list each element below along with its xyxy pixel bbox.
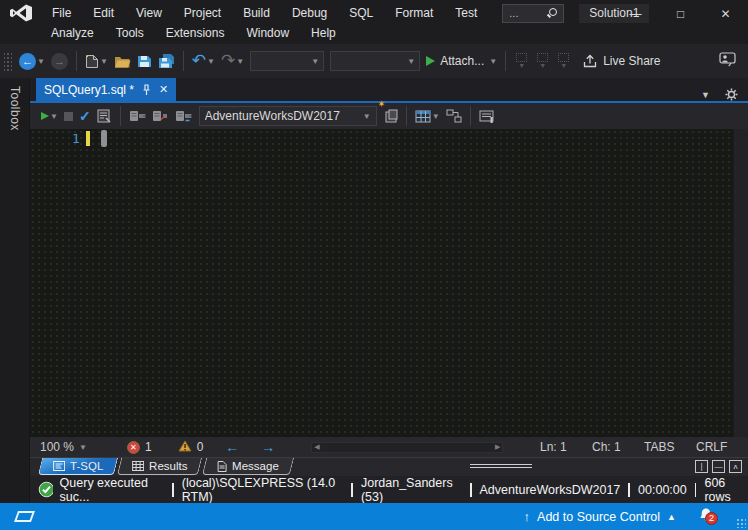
configuration-combo[interactable]: ▼ [250, 51, 324, 71]
document-tab-row: SQLQuery1.sql * ✕ ▼ [30, 78, 748, 101]
menu-format[interactable]: Format [384, 1, 444, 26]
combo-dropdown-icon: ▼ [407, 57, 415, 66]
status-divider [695, 483, 697, 497]
open-file-button[interactable] [111, 48, 134, 74]
message-icon [217, 461, 227, 472]
feedback-button[interactable] [719, 52, 736, 71]
save-icon [137, 54, 152, 69]
tab-tsql[interactable]: T-SQL [38, 458, 118, 475]
undo-button[interactable]: ↶▼ [189, 48, 218, 74]
live-share-label: Live Share [603, 54, 660, 68]
execute-button[interactable]: ▼ [38, 103, 61, 129]
attach-dropdown-icon[interactable]: ▼ [489, 57, 497, 66]
row-count: 606 rows [704, 476, 748, 504]
resize-grip[interactable] [736, 518, 746, 528]
attach-button[interactable]: Attach... ▼ [423, 48, 500, 74]
undo-dropdown-icon[interactable]: ▼ [207, 57, 215, 66]
tab-sqlquery1[interactable]: SQLQuery1.sql * ✕ [36, 78, 176, 101]
redo-dropdown-icon[interactable]: ▼ [236, 57, 244, 66]
menu-window[interactable]: Window [235, 21, 300, 46]
change-connection-icon [175, 109, 192, 123]
query-options-icon [479, 110, 495, 123]
change-connection-button[interactable] [172, 103, 195, 129]
live-share-button[interactable]: Live Share [582, 54, 660, 68]
query-window-icon [97, 109, 112, 123]
pane-minimize-icon[interactable]: — [712, 460, 725, 473]
close-button[interactable]: ✕ [703, 0, 748, 27]
results-mode-button[interactable]: ▼ [412, 103, 443, 129]
status-divider [628, 483, 630, 497]
zoom-dropdown-icon[interactable]: ▼ [79, 443, 87, 452]
toolbar-separator [406, 106, 407, 126]
menu-tools[interactable]: Tools [105, 21, 155, 46]
new-file-dropdown-icon[interactable]: ▼ [100, 57, 108, 66]
prev-issue-icon[interactable]: ← [225, 439, 239, 455]
document-column: SQLQuery1.sql * ✕ ▼ ▼ ✓ [30, 78, 748, 503]
save-all-button[interactable] [155, 48, 178, 74]
code-editor[interactable]: 1 [30, 129, 748, 437]
navigate-forward-button[interactable]: → [48, 48, 71, 74]
menu-test[interactable]: Test [444, 1, 488, 26]
query-window-button[interactable] [94, 103, 115, 129]
menu-help[interactable]: Help [300, 21, 347, 46]
result-pane-tabs: T-SQL Results Message [30, 457, 748, 476]
add-to-source-control-button[interactable]: ↑ Add to Source Control ▲ 2 [524, 507, 714, 527]
main-area: Toolbox SQLQuery1.sql * ✕ ▼ ▼ ✓ [0, 78, 748, 503]
parse-button[interactable]: ✓ [76, 103, 94, 129]
vertical-scrollbar[interactable] [733, 129, 748, 437]
line-ending[interactable]: CRLF [696, 440, 748, 454]
disconnect-button[interactable] [149, 103, 172, 129]
new-query-button[interactable]: ✶ [381, 103, 401, 129]
new-file-button[interactable]: ▼ [82, 48, 111, 74]
back-dropdown-icon[interactable]: ▼ [37, 57, 45, 66]
connect-button[interactable] [126, 103, 149, 129]
line-indicator: Ln: 1 [540, 440, 592, 454]
error-count[interactable]: 1 [145, 440, 152, 454]
disconnect-icon [152, 109, 169, 123]
notifications-button[interactable]: 2 [698, 507, 714, 527]
execution-plan-button[interactable] [443, 103, 465, 129]
pane-splitter-handle[interactable] [470, 464, 532, 470]
warning-count[interactable]: 0 [197, 440, 204, 454]
search-icon [547, 8, 557, 18]
toolbox-tab[interactable]: Toolbox [0, 78, 30, 139]
vs-status-bar: ↑ Add to Source Control ▲ 2 [0, 503, 748, 530]
indent-mode[interactable]: TABS [644, 440, 696, 454]
minimize-button[interactable]: — [613, 0, 658, 27]
pane-expand-icon[interactable]: ʌ [729, 460, 742, 473]
maximize-button[interactable]: □ [658, 0, 703, 27]
pane-split-icon[interactable]: ❘ [695, 460, 708, 473]
tab-results[interactable]: Results [117, 458, 203, 475]
results-mode-dropdown-icon[interactable]: ▼ [432, 112, 440, 121]
tab-message[interactable]: Message [201, 458, 293, 475]
save-button[interactable] [134, 48, 155, 74]
execute-icon [41, 112, 49, 120]
query-options-button[interactable] [476, 103, 498, 129]
disabled-toolbar-icon-2: ▼ [535, 53, 550, 69]
pin-icon[interactable] [142, 84, 151, 96]
close-tab-icon[interactable]: ✕ [159, 83, 168, 96]
platform-combo[interactable]: ▼ [330, 51, 420, 71]
tab-list-dropdown-icon[interactable]: ▼ [701, 90, 710, 100]
status-divider [351, 483, 353, 497]
background-tasks-icon[interactable] [14, 511, 35, 522]
zoom-level[interactable]: 100 % [40, 440, 74, 454]
menu-extensions[interactable]: Extensions [155, 21, 236, 46]
next-issue-icon[interactable]: → [261, 439, 275, 455]
toolbar-drag-grip[interactable] [4, 51, 12, 71]
scroll-left-icon[interactable]: ◀ [314, 443, 319, 451]
database-combo[interactable]: AdventureWorksDW2017 ▼ [199, 106, 377, 126]
gear-icon[interactable] [725, 88, 738, 101]
search-input[interactable]: ... [502, 4, 564, 23]
execute-dropdown-icon[interactable]: ▼ [50, 112, 58, 121]
pane-controls: ❘ — ʌ [695, 460, 742, 473]
horizontal-scrollbar[interactable]: ◀ ▶ [311, 442, 503, 453]
server-name: (local)\SQLEXPRESS (14.0 RTM) [182, 476, 343, 504]
tab-tsql-label: T-SQL [70, 460, 103, 472]
scroll-right-icon[interactable]: ▶ [495, 443, 500, 451]
menu-analyze[interactable]: Analyze [40, 21, 105, 46]
text-cursor [101, 130, 107, 147]
navigate-back-button[interactable]: ←▼ [16, 48, 48, 74]
source-control-label: Add to Source Control [537, 510, 660, 524]
redo-button[interactable]: ↷▼ [218, 48, 247, 74]
